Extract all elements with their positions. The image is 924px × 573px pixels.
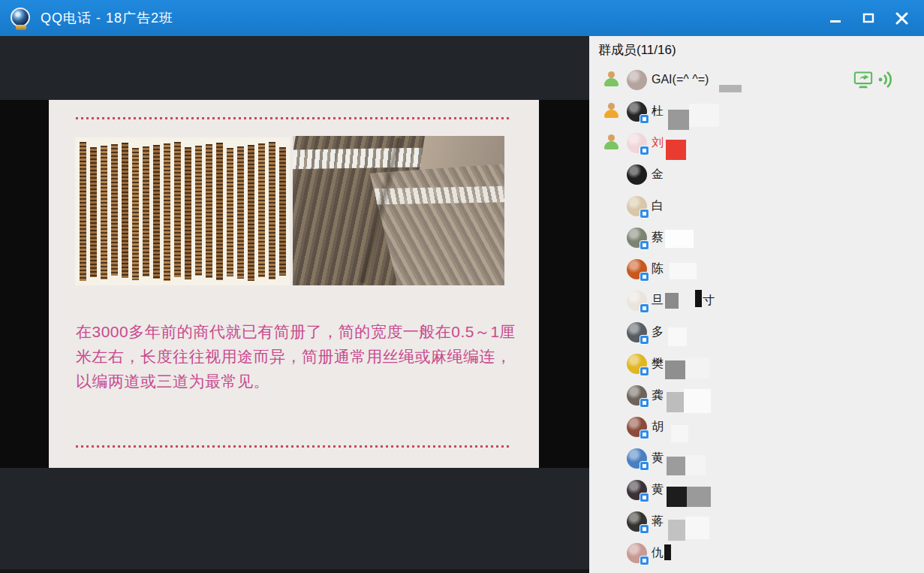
member-status-spacer — [604, 387, 627, 403]
mobile-online-badge — [640, 524, 649, 534]
member-name: 黄 — [652, 451, 664, 466]
member-name: 仇 — [652, 545, 664, 561]
member-row[interactable]: 金 — [589, 158, 924, 190]
speaker-button[interactable] — [45, 569, 72, 573]
mobile-online-badge — [640, 303, 649, 313]
redacted-name-block — [685, 517, 709, 539]
microphone-muted-button[interactable] — [12, 569, 36, 573]
redacted-name-block — [665, 360, 685, 379]
redacted-name-block — [664, 544, 671, 560]
member-row[interactable]: 龚 — [589, 379, 924, 411]
pip-button[interactable]: 画中画 — [300, 569, 390, 573]
mobile-online-badge — [640, 335, 649, 345]
redacted-name-block — [668, 327, 687, 346]
mobile-online-badge — [640, 366, 649, 376]
redacted-name-block — [685, 357, 709, 378]
member-avatar — [627, 511, 647, 532]
member-row[interactable]: 旦寸 — [589, 285, 924, 316]
call-toolbar: 全屏 画中画 17:32 退出 — [0, 569, 589, 573]
member-avatar — [627, 354, 647, 374]
redacted-name-block — [671, 425, 688, 442]
member-status-icon — [604, 103, 627, 119]
member-avatar — [627, 448, 647, 469]
member-name: 旦 — [652, 293, 664, 309]
member-row[interactable]: 樊 — [589, 348, 924, 379]
mobile-online-badge — [640, 272, 649, 282]
mobile-online-badge — [640, 493, 649, 502]
member-status-spacer — [604, 324, 627, 340]
member-avatar — [627, 322, 647, 342]
member-avatar — [627, 259, 647, 279]
titlebar: QQ电话 - 18广告2班 — [0, 0, 924, 36]
camera-off-button[interactable] — [98, 569, 125, 573]
member-row[interactable]: 蒋 — [589, 505, 924, 537]
member-count-header: 群成员(11/16) — [598, 41, 676, 59]
member-row[interactable]: 刘 — [589, 127, 924, 158]
redacted-name-block — [689, 104, 719, 127]
member-name: GAI(=^ ^=) — [652, 73, 709, 86]
member-status-spacer — [604, 513, 627, 529]
redacted-name-block — [667, 457, 685, 475]
bamboo-book-photo — [293, 136, 504, 285]
redacted-name-block — [687, 487, 711, 507]
close-button[interactable] — [885, 3, 918, 33]
mobile-online-badge — [640, 114, 649, 124]
signal-strength-indicator — [450, 569, 474, 573]
member-name: 龚 — [652, 388, 664, 403]
member-screen-share-icon — [853, 71, 873, 89]
member-status-spacer — [604, 418, 627, 435]
member-row[interactable]: 胡 — [589, 411, 924, 442]
member-avatar — [627, 101, 647, 122]
member-name: 金 — [652, 167, 664, 182]
mobile-online-badge — [640, 398, 649, 408]
member-status-icon — [604, 134, 627, 151]
member-row[interactable]: 陈 — [589, 253, 924, 285]
window-title: QQ电话 - 18广告2班 — [41, 9, 173, 27]
member-row[interactable]: 白 — [589, 190, 924, 222]
member-row[interactable]: 杜 — [589, 95, 924, 127]
member-name: 胡 — [652, 419, 664, 435]
member-name: 陈 — [652, 261, 664, 277]
redacted-name-block — [685, 455, 706, 475]
member-row[interactable]: 蔡 — [589, 222, 924, 253]
member-name: 樊 — [652, 356, 664, 372]
member-row[interactable]: 仇 — [589, 537, 924, 568]
redacted-name-block — [719, 85, 742, 92]
slide-dotted-rule-bottom — [76, 445, 511, 448]
member-list: GAI(=^ ^=)杜刘金白蔡陈旦寸多樊龚胡黄黄蒋仇 — [589, 64, 924, 568]
member-avatar — [627, 196, 647, 216]
member-name: 白 — [652, 198, 664, 214]
member-name: 蔡 — [652, 230, 664, 246]
member-status-spacer — [604, 229, 627, 246]
member-row[interactable]: 黄 — [589, 442, 924, 474]
presenter-share-button[interactable] — [177, 569, 204, 573]
mobile-online-badge — [640, 461, 649, 471]
member-name: 多 — [652, 324, 664, 340]
member-row[interactable]: 黄 — [589, 474, 924, 505]
slide-paragraph: 在3000多年前的商代就已有简册了，简的宽度一般在0.5～1厘米左右，长度往往视… — [76, 319, 520, 394]
member-avatar — [627, 417, 647, 437]
member-name: 杜 — [652, 104, 664, 119]
member-status-spacer — [604, 355, 627, 372]
slide-dotted-rule-top — [76, 117, 511, 119]
member-avatar — [627, 228, 647, 248]
fullscreen-button[interactable]: 全屏 — [229, 569, 296, 573]
member-name: 黄 — [652, 482, 664, 498]
member-status-spacer — [604, 166, 627, 182]
redacted-name-block — [667, 487, 687, 507]
redacted-name-block — [665, 293, 679, 309]
member-avatar — [627, 291, 647, 311]
member-avatar — [627, 385, 647, 406]
member-status-spacer — [604, 292, 627, 309]
screen-share-button[interactable] — [143, 569, 170, 573]
mobile-online-badge — [640, 240, 649, 250]
member-avatar — [627, 543, 647, 563]
member-row[interactable]: 多 — [589, 316, 924, 348]
member-name: 刘 — [652, 135, 664, 151]
member-row[interactable]: GAI(=^ ^=) — [589, 64, 924, 95]
webcam-icon — [11, 8, 32, 29]
bamboo-slips-photo — [75, 137, 290, 285]
redacted-name-block — [667, 392, 684, 412]
minimize-button[interactable] — [819, 3, 852, 33]
maximize-button[interactable] — [852, 3, 885, 33]
